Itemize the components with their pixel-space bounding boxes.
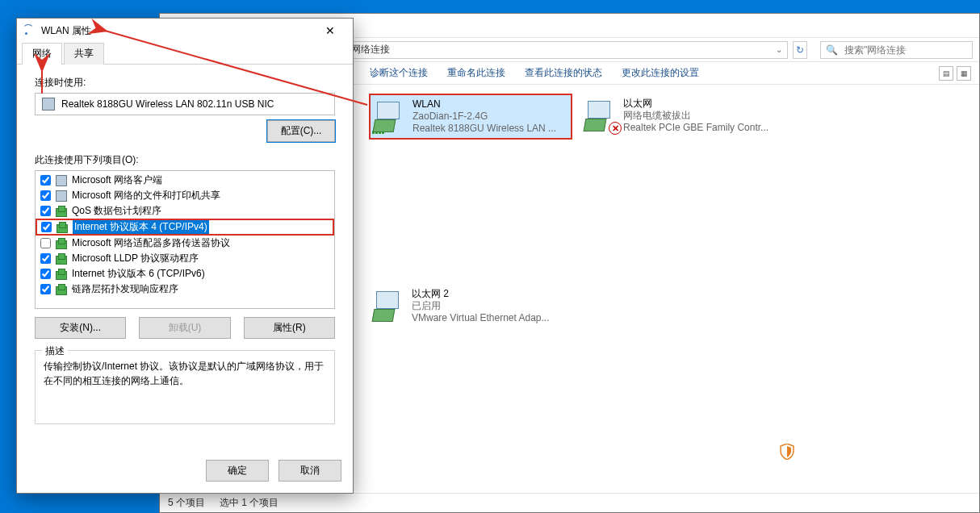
disconnected-icon: ✕ [609,122,622,135]
connection-item[interactable]: WLANZaoDian-1F-2.4GRealtek 8188GU Wirele… [370,94,572,139]
protocol-checkbox[interactable] [40,238,51,248]
dialog-footer: 确定 取消 [17,452,353,493]
signal-bars-icon [372,123,384,134]
protocol-item[interactable]: Internet 协议版本 6 (TCP/IPv6) [36,266,334,282]
tab-sharing[interactable]: 共享 [64,43,104,65]
properties-button[interactable]: 属性(R) [244,317,335,339]
description-legend: 描述 [42,344,68,358]
connection-device: Realtek PCIe GBE Family Contr... [623,122,769,134]
description-text: 传输控制协议/Internet 协议。该协议是默认的广域网络协议，用于在不同的相… [44,359,326,388]
protocol-checkbox[interactable] [40,190,51,201]
protocol-name: 链路层拓扑发现响应程序 [72,282,178,296]
breadcrumb[interactable]: 控制面板项 › 网络连接 ⌄ [287,41,788,59]
protocol-name: Microsoft 网络适配器多路传送器协议 [72,236,230,250]
protocol-icon [56,206,67,217]
status-selected-count: 选中 1 个项目 [220,496,279,510]
breadcrumb-dropdown[interactable]: ⌄ [776,45,782,54]
toolbar-view-status[interactable]: 查看此连接的状态 [525,66,602,80]
protocol-name: QoS 数据包计划程序 [72,204,161,218]
connection-name: 以太网 [623,98,769,110]
protocol-item[interactable]: Microsoft 网络客户端 [36,173,334,188]
configure-button[interactable]: 配置(C)... [267,120,335,142]
protocol-icon [56,238,67,249]
protocol-item[interactable]: 链路层拓扑发现响应程序 [36,282,334,297]
connection-item[interactable]: 以太网 2已启用VMware Virtual Ethernet Adap... [370,285,572,327]
tabstrip: 网络 共享 [17,43,353,65]
network-adapter-icon [374,98,408,132]
protocol-name: Internet 协议版本 4 (TCP/IPv4) [73,220,209,234]
protocol-icon [57,222,68,233]
cancel-button[interactable]: 取消 [279,460,341,482]
dialog-title: WLAN 属性 [41,24,308,38]
protocol-checkbox[interactable] [40,269,51,279]
client-icon [56,190,67,202]
install-button[interactable]: 安装(N)... [35,317,126,339]
client-icon [56,175,67,186]
refresh-button[interactable]: ↻ [793,41,807,59]
search-box[interactable]: 🔍 [820,41,973,59]
connection-name: 以太网 2 [412,288,550,300]
items-label: 此连接使用下列项目(O): [35,153,335,167]
adapter-name-text: Realtek 8188GU Wireless LAN 802.11n USB … [61,98,274,110]
toolbar-rename[interactable]: 重命名此连接 [447,66,505,80]
toolbar-change-settings[interactable]: 更改此连接的设置 [622,66,699,80]
protocol-item[interactable]: Internet 协议版本 4 (TCP/IPv4) [36,219,333,235]
protocol-icon [56,284,67,295]
tab-label: 共享 [74,48,94,59]
view-mode-buttons: ▤ ▦ [939,66,971,81]
wlan-properties-dialog: WLAN 属性 ✕ 网络 共享 连接时使用: Realtek 8188GU Wi… [16,18,354,494]
uninstall-button: 卸载(U) [139,317,230,339]
protocol-icon [56,253,67,265]
adapter-field: Realtek 8188GU Wireless LAN 802.11n USB … [35,93,335,115]
network-adapter-icon: ✕ [584,98,618,131]
network-adapter-icon [42,98,55,111]
connection-item[interactable]: ✕以太网网络电缆被拔出Realtek PCIe GBE Family Contr… [581,94,783,137]
security-shield-icon [780,444,794,460]
refresh-icon: ↻ [796,44,804,56]
dialog-body: 连接时使用: Realtek 8188GU Wireless LAN 802.1… [17,65,353,452]
view-details-icon[interactable]: ▤ [939,66,953,81]
breadcrumb-seg[interactable]: 网络连接 [351,43,390,56]
ok-button[interactable]: 确定 [206,460,269,482]
protocol-buttons: 安装(N)... 卸载(U) 属性(R) [35,317,335,339]
view-tiles-icon[interactable]: ▦ [957,66,971,81]
protocol-checkbox[interactable] [40,175,51,186]
dialog-titlebar: WLAN 属性 ✕ [17,19,353,43]
connection-name: WLAN [413,98,556,111]
protocol-item[interactable]: Microsoft 网络适配器多路传送器协议 [36,236,334,251]
status-item-count: 5 个项目 [168,496,205,510]
tab-network[interactable]: 网络 [22,43,62,65]
protocol-checkbox[interactable] [40,253,51,264]
protocol-checkbox[interactable] [41,222,52,232]
protocol-icon [56,269,67,280]
search-input[interactable] [843,44,967,56]
close-button[interactable]: ✕ [314,19,346,42]
protocol-name: Microsoft 网络客户端 [72,173,162,187]
protocol-name: Microsoft 网络的文件和打印机共享 [72,189,220,202]
protocol-checkbox[interactable] [40,284,51,294]
protocol-item[interactable]: Microsoft 网络的文件和打印机共享 [36,188,334,203]
network-adapter-icon [373,288,407,322]
wifi-icon [23,25,35,36]
toolbar-diagnose[interactable]: 诊断这个连接 [370,66,428,80]
connection-status: 已启用 [412,300,550,312]
protocol-name: Microsoft LLDP 协议驱动程序 [72,252,199,265]
protocol-name: Internet 协议版本 6 (TCP/IPv6) [72,267,205,281]
protocol-listbox[interactable]: Microsoft 网络客户端Microsoft 网络的文件和打印机共享QoS … [35,170,335,309]
connection-status: 网络电缆被拔出 [623,110,769,122]
search-icon: 🔍 [826,44,838,56]
protocol-item[interactable]: QoS 数据包计划程序 [36,203,334,219]
tab-label: 网络 [32,48,52,59]
connection-device: Realtek 8188GU Wireless LAN ... [413,123,556,135]
protocol-checkbox[interactable] [40,206,51,216]
explorer-statusbar: 5 个项目 选中 1 个项目 [160,493,979,512]
connection-status: ZaoDian-1F-2.4G [413,111,556,123]
connection-device: VMware Virtual Ethernet Adap... [412,312,550,324]
protocol-item[interactable]: Microsoft LLDP 协议驱动程序 [36,251,334,266]
connect-using-label: 连接时使用: [35,76,335,90]
description-groupbox: 描述 传输控制协议/Internet 协议。该协议是默认的广域网络协议，用于在不… [35,350,335,424]
